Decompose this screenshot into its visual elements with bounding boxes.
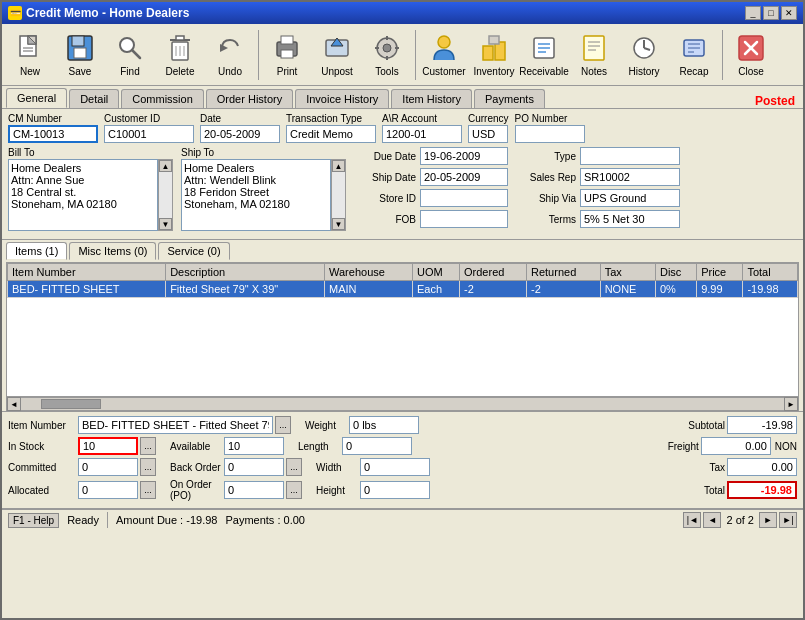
fob-input[interactable] [420,210,508,228]
committed-input[interactable] [78,458,138,476]
find-button[interactable]: Find [106,27,154,83]
item-number-input[interactable] [78,416,273,434]
table-row[interactable]: BED- FITTED SHEET Fitted Sheet 79" X 39"… [8,281,798,298]
help-button[interactable]: F1 - Help [8,513,59,528]
svg-rect-36 [584,36,604,60]
terms-label: Terms [516,214,576,225]
date-input[interactable] [200,125,280,143]
fob-label: FOB [358,214,416,225]
new-button[interactable]: New [6,27,54,83]
recap-button[interactable]: Recap [670,27,718,83]
ship-to-group: Ship To Home Dealers Attn: Wendell Blink… [181,147,346,231]
notes-button[interactable]: Notes [570,27,618,83]
print-button[interactable]: Print [263,27,311,83]
on-order-label: On Order (PO) [170,479,222,501]
terms-input[interactable] [580,210,680,228]
history-button[interactable]: History [620,27,668,83]
height-input[interactable] [360,481,430,499]
col-header-total: Total [743,264,798,281]
tab-order-history[interactable]: Order History [206,89,293,108]
in-stock-group: In Stock ... [8,437,156,455]
cm-number-input[interactable] [8,125,98,143]
scroll-thumb[interactable] [41,399,101,409]
close-window-button[interactable]: ✕ [781,6,797,20]
tab-detail[interactable]: Detail [69,89,119,108]
transaction-type-label: Transaction Type [286,113,376,124]
horizontal-scrollbar[interactable]: ◄ ► [6,397,799,411]
on-order-input[interactable] [224,481,284,499]
tab-commission[interactable]: Commission [121,89,204,108]
on-order-ellipsis[interactable]: ... [286,481,302,499]
allocated-input[interactable] [78,481,138,499]
nav-first-button[interactable]: |◄ [683,512,701,528]
cell-tax: NONE [600,281,655,298]
bill-to-scrollbar[interactable]: ▲ ▼ [158,159,173,231]
customer-icon [428,32,460,64]
items-tab-items[interactable]: Items (1) [6,242,67,260]
available-input[interactable] [224,437,284,455]
in-stock-input[interactable] [78,437,138,455]
ship-to-scrollbar[interactable]: ▲ ▼ [331,159,346,231]
weight-input[interactable] [349,416,419,434]
customer-id-input[interactable] [104,125,194,143]
store-id-row: Store ID [358,189,508,207]
maximize-button[interactable]: □ [763,6,779,20]
allocated-ellipsis[interactable]: ... [140,481,156,499]
freight-label: Freight [647,441,699,452]
type-input[interactable] [580,147,680,165]
scroll-left-arrow[interactable]: ◄ [7,397,21,411]
items-tab-service[interactable]: Service (0) [158,242,229,260]
committed-ellipsis[interactable]: ... [140,458,156,476]
in-stock-ellipsis[interactable]: ... [140,437,156,455]
ship-to-textarea[interactable]: Home Dealers Attn: Wendell Blink 18 Feri… [181,159,331,231]
unpost-label: Unpost [321,66,353,77]
scroll-right-arrow[interactable]: ► [784,397,798,411]
tab-invoice-history[interactable]: Invoice History [295,89,389,108]
transaction-type-input[interactable] [286,125,376,143]
inventory-button[interactable]: Inventory [470,27,518,83]
ship-date-input[interactable] [420,168,508,186]
back-order-input[interactable] [224,458,284,476]
ar-account-input[interactable] [382,125,462,143]
store-id-input[interactable] [420,189,508,207]
bill-to-textarea[interactable]: Home Dealers Attn: Anne Sue 18 Central s… [8,159,158,231]
tax-label: Tax [673,462,725,473]
tab-payments[interactable]: Payments [474,89,545,108]
customer-button[interactable]: Customer [420,27,468,83]
total-input[interactable] [727,481,797,499]
currency-input[interactable] [468,125,508,143]
cell-ordered: -2 [460,281,527,298]
customer-label: Customer [422,66,465,77]
nav-last-button[interactable]: ►| [779,512,797,528]
delete-button[interactable]: Delete [156,27,204,83]
tab-item-history[interactable]: Item History [391,89,472,108]
items-tab-misc[interactable]: Misc Items (0) [69,242,156,260]
due-date-label: Due Date [358,151,416,162]
type-row: Type [516,147,680,165]
tab-general[interactable]: General [6,88,67,108]
width-input[interactable] [360,458,430,476]
freight-group: Freight NON [647,437,797,455]
status-sep [107,512,108,528]
undo-button[interactable]: Undo [206,27,254,83]
tax-input[interactable] [727,458,797,476]
nav-prev-button[interactable]: ◄ [703,512,721,528]
back-order-ellipsis[interactable]: ... [286,458,302,476]
minimize-button[interactable]: _ [745,6,761,20]
nav-next-button[interactable]: ► [759,512,777,528]
item-number-group: Item Number ... [8,416,291,434]
subtotal-input[interactable] [727,416,797,434]
length-input[interactable] [342,437,412,455]
close-button[interactable]: Close [727,27,775,83]
due-date-input[interactable] [420,147,508,165]
freight-input[interactable] [701,437,771,455]
back-order-group: Back Order ... [170,458,302,476]
po-number-input[interactable] [515,125,585,143]
unpost-button[interactable]: Unpost [313,27,361,83]
save-button[interactable]: Save [56,27,104,83]
ship-via-input[interactable] [580,189,680,207]
sales-rep-input[interactable] [580,168,680,186]
item-number-ellipsis[interactable]: ... [275,416,291,434]
receivable-button[interactable]: Receivable [520,27,568,83]
tools-button[interactable]: Tools [363,27,411,83]
